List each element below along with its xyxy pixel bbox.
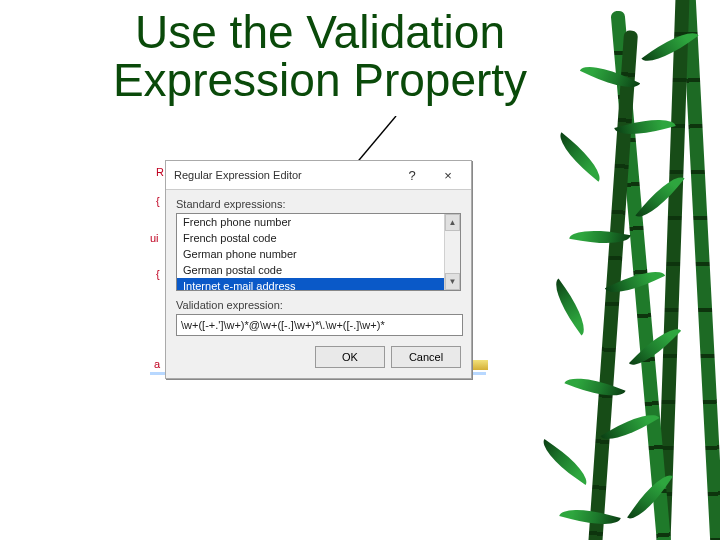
bg-fragment: a <box>154 358 160 370</box>
ok-button[interactable]: OK <box>315 346 385 368</box>
help-icon: ? <box>408 168 415 183</box>
bg-fragment: { <box>156 268 160 280</box>
close-button[interactable]: × <box>431 164 465 186</box>
listbox-scrollbar[interactable]: ▲ ▼ <box>444 214 460 290</box>
dialog-button-row: OK Cancel <box>166 336 471 378</box>
bg-fragment: R <box>156 166 164 178</box>
scroll-down-icon[interactable]: ▼ <box>445 273 460 290</box>
list-item[interactable]: German postal code <box>177 262 460 278</box>
scroll-track[interactable] <box>445 231 460 273</box>
title-line-2: Expression Property <box>113 54 527 106</box>
list-item[interactable]: German phone number <box>177 246 460 262</box>
slide-title: Use the Validation Expression Property <box>60 8 580 105</box>
list-item-selected[interactable]: Internet e-mail address <box>177 278 460 291</box>
list-item[interactable]: French phone number <box>177 214 460 230</box>
standard-expressions-listbox[interactable]: French phone number French postal code G… <box>176 213 461 291</box>
validation-expression-label: Validation expression: <box>176 299 471 311</box>
cancel-button[interactable]: Cancel <box>391 346 461 368</box>
list-item[interactable]: French postal code <box>177 230 460 246</box>
dialog-titlebar: Regular Expression Editor ? × <box>166 161 471 190</box>
bg-fragment: ui <box>150 232 159 244</box>
close-icon: × <box>444 168 452 183</box>
title-line-1: Use the Validation <box>135 6 505 58</box>
regex-editor-dialog: Regular Expression Editor ? × Standard e… <box>165 160 472 379</box>
dialog-caption: Regular Expression Editor <box>174 169 393 181</box>
scroll-up-icon[interactable]: ▲ <box>445 214 460 231</box>
help-button[interactable]: ? <box>395 164 429 186</box>
bg-fragment: { <box>156 195 160 207</box>
validation-expression-input[interactable] <box>176 314 463 336</box>
standard-expressions-label: Standard expressions: <box>176 198 471 210</box>
